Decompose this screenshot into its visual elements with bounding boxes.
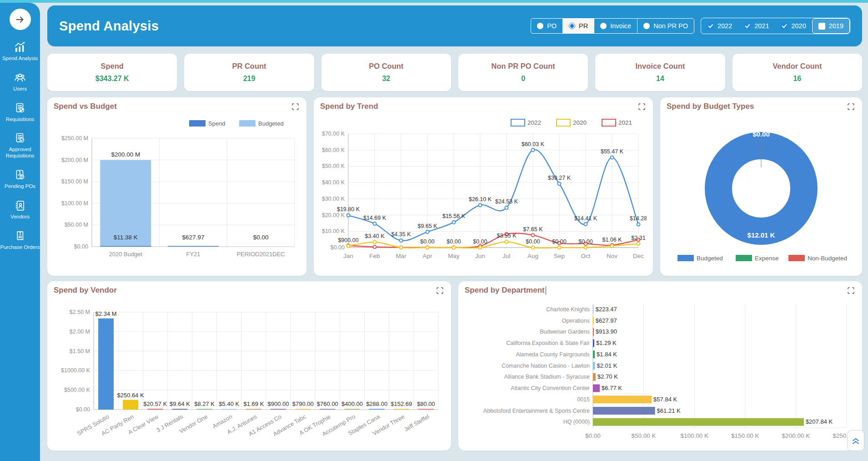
- svg-text:$60.00 K: $60.00 K: [322, 147, 345, 153]
- svg-text:PERIOD2021DEC: PERIOD2021DEC: [237, 251, 285, 258]
- radio-non-pr-po[interactable]: Non PR PO: [637, 19, 694, 33]
- charts-row-1: Spend vs Budget $0.00$50.00 M$100.00 M$1…: [47, 97, 862, 276]
- fullscreen-button[interactable]: [291, 102, 300, 111]
- spend-by-budget-types-panel: Spend by Budget Types $0.00$12.01 KBudge…: [660, 97, 862, 276]
- svg-text:2020 Budget: 2020 Budget: [109, 251, 142, 258]
- svg-text:$20.57 K: $20.57 K: [143, 400, 167, 407]
- sidebar-expand-button[interactable]: [10, 9, 31, 30]
- radio-pr[interactable]: PR: [563, 19, 594, 33]
- fullscreen-icon: [291, 103, 299, 111]
- sidebar-item-approved-requisitions[interactable]: Approved Requisitions: [0, 132, 40, 159]
- checkbox-icon: [707, 23, 714, 30]
- svg-text:$50.00 K: $50.00 K: [632, 432, 656, 439]
- kpi-pr-count: PR Count219: [184, 54, 314, 91]
- sidebar-item-label: Approved Requisitions: [0, 147, 40, 159]
- sidebar-item-requisitions[interactable]: Requisitions: [6, 102, 35, 123]
- svg-text:$500.00 K: $500.00 K: [64, 387, 90, 393]
- svg-text:$2.00 M: $2.00 M: [70, 329, 90, 335]
- svg-text:Sep: Sep: [554, 253, 565, 259]
- svg-text:Abbotsford Entertainment & Spo: Abbotsford Entertainment & Sports Centre: [483, 408, 590, 414]
- svg-text:$0.00: $0.00: [526, 238, 540, 245]
- fullscreen-button[interactable]: [846, 286, 856, 295]
- kpi-label: PR Count: [232, 62, 266, 71]
- spend-by-vendor-chart: $0.00$500.00 K$1000.00 K$1.50 M$2.00 M$2…: [54, 299, 445, 446]
- receipt-dollar-icon: $: [14, 230, 26, 243]
- spend-vs-budget-chart: $0.00$50.00 M$100.00 M$150.00 M$200.00 M…: [54, 116, 300, 268]
- svg-text:$3.40 K: $3.40 K: [365, 233, 385, 239]
- checkbox-2021[interactable]: 2021: [738, 18, 775, 34]
- svg-text:$61.21 K: $61.21 K: [657, 407, 681, 414]
- spend-by-department-chart: $0.00$50.00 K$100.00 K$150.00 K$200.00 K…: [465, 299, 856, 446]
- kpi-row: Spend$343.27 K PR Count219 PO Count32 No…: [47, 54, 862, 91]
- bar-chart-trend-icon: [14, 41, 26, 54]
- svg-text:$913.90: $913.90: [596, 328, 617, 335]
- svg-text:$0.00: $0.00: [76, 406, 90, 413]
- sidebar-item-users[interactable]: Users: [13, 71, 27, 92]
- fullscreen-button[interactable]: [637, 102, 647, 111]
- fullscreen-button[interactable]: [435, 286, 445, 295]
- svg-text:$250.00 M: $250.00 M: [61, 135, 88, 142]
- svg-text:$40.00 K: $40.00 K: [322, 179, 345, 186]
- panel-title: Spend vs Budget: [54, 102, 117, 111]
- svg-text:$9.64 K: $9.64 K: [170, 400, 190, 407]
- svg-text:2021: 2021: [618, 119, 632, 126]
- svg-text:$50.00 K: $50.00 K: [322, 163, 345, 169]
- text-cursor: [546, 286, 547, 295]
- panel-title: Spend by Department: [465, 286, 546, 295]
- checkbox-2020[interactable]: 2020: [775, 18, 812, 34]
- radio-label: Invoice: [610, 22, 631, 30]
- kpi-label: PO Count: [369, 62, 403, 71]
- fullscreen-button[interactable]: [846, 102, 856, 111]
- checkbox-2019[interactable]: 2019: [812, 18, 850, 34]
- svg-text:Atlantic City Convention Cente: Atlantic City Convention Center: [511, 385, 590, 391]
- panel-title: Spend by Vendor: [54, 286, 117, 295]
- checkbox-icon: [744, 23, 751, 30]
- svg-text:Jul: Jul: [502, 253, 510, 259]
- svg-text:$14.69 K: $14.69 K: [363, 215, 386, 221]
- sidebar-item-label: Requisitions: [6, 117, 35, 123]
- sidebar-item-label: Users: [13, 86, 27, 92]
- svg-text:$55.47 K: $55.47 K: [601, 148, 624, 155]
- sidebar-item-pending-pos[interactable]: $ Pending POs: [5, 169, 35, 190]
- radio-po[interactable]: PO: [531, 19, 563, 33]
- kpi-spend: Spend$343.27 K: [47, 54, 177, 91]
- checkbox-label: 2019: [829, 22, 843, 30]
- svg-text:HQ (0000): HQ (0000): [563, 419, 590, 425]
- svg-text:$1.69 K: $1.69 K: [244, 400, 264, 407]
- kpi-value: $343.27 K: [95, 75, 129, 83]
- svg-text:Vendor One: Vendor One: [178, 413, 209, 435]
- svg-text:Alameda County Fairgrounds: Alameda County Fairgrounds: [516, 351, 590, 358]
- svg-text:$207.84 K: $207.84 K: [806, 418, 833, 425]
- svg-text:$2.01 K: $2.01 K: [597, 362, 617, 369]
- svg-text:$8.27 K: $8.27 K: [194, 400, 215, 407]
- svg-text:Budgeted: Budgeted: [258, 120, 284, 127]
- sidebar-item-spend-analysis[interactable]: Spend Analysis: [2, 41, 38, 62]
- svg-text:$790.00: $790.00: [292, 400, 314, 407]
- svg-text:Nov: Nov: [607, 253, 617, 259]
- svg-text:$30.00 K: $30.00 K: [322, 196, 345, 202]
- svg-text:$14.28: $14.28: [630, 215, 647, 222]
- svg-text:$200.00 M: $200.00 M: [61, 157, 88, 163]
- fullscreen-icon: [436, 287, 444, 294]
- svg-text:$0.00: $0.00: [585, 432, 601, 439]
- svg-text:$6.77 K: $6.77 K: [602, 385, 622, 391]
- checkbox-2022[interactable]: 2022: [701, 18, 738, 34]
- svg-text:California Exposition & State: California Exposition & State Fair: [507, 340, 590, 346]
- view-mode-toggle: PO PR Invoice Non PR PO: [531, 18, 694, 34]
- sidebar-item-purchase-orders[interactable]: $ Purchase Orders: [0, 230, 40, 251]
- fullscreen-icon: [638, 103, 646, 111]
- sidebar-item-label: Spend Analysis: [2, 56, 38, 62]
- svg-text:Expense: Expense: [755, 255, 779, 262]
- radio-invoice[interactable]: Invoice: [594, 19, 637, 33]
- svg-text:$250.64 K: $250.64 K: [117, 392, 145, 399]
- svg-text:$627.97: $627.97: [182, 234, 205, 241]
- panel-title: Spend by Budget Types: [667, 102, 754, 111]
- scroll-to-top-button[interactable]: [847, 430, 864, 451]
- kpi-po-count: PO Count32: [321, 54, 451, 91]
- svg-text:$0.00: $0.00: [331, 244, 345, 251]
- sidebar-item-vendors[interactable]: Vendors: [10, 199, 30, 220]
- people-icon: [14, 71, 26, 84]
- radio-label: PR: [579, 22, 588, 30]
- svg-text:$760.00: $760.00: [317, 400, 338, 407]
- svg-text:$2.50 M: $2.50 M: [70, 309, 90, 315]
